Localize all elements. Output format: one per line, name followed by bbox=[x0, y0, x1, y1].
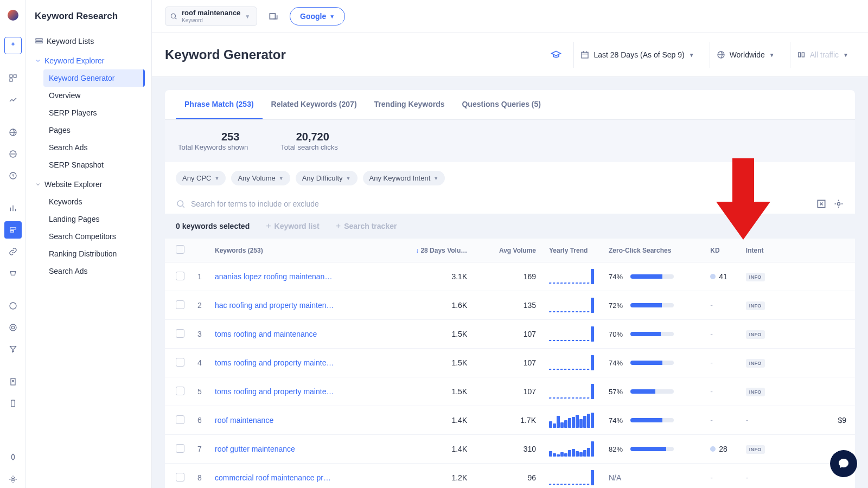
export-excel-icon[interactable] bbox=[816, 198, 827, 209]
sidebar-item[interactable]: Pages bbox=[43, 121, 145, 139]
bar-icon[interactable] bbox=[4, 200, 22, 217]
tabs: Phrase Match (253)Related Keywords (207)… bbox=[165, 90, 855, 120]
sidebar-item[interactable]: SERP Snapshot bbox=[43, 156, 145, 174]
sidebar-item[interactable]: Search Competitors bbox=[43, 228, 145, 245]
website-explorer-group[interactable]: Website Explorer bbox=[33, 176, 145, 193]
sidebar-item[interactable]: Ranking Distribution bbox=[43, 245, 145, 262]
row-checkbox[interactable] bbox=[176, 387, 184, 395]
tag-icon[interactable] bbox=[4, 265, 22, 282]
col-kd[interactable]: KD bbox=[706, 239, 742, 262]
compare-button[interactable] bbox=[264, 7, 283, 26]
sidebar-title: Keyword Research bbox=[33, 11, 145, 22]
sidebar-item[interactable]: Search Ads bbox=[43, 139, 145, 156]
sidebar-item[interactable]: Overview bbox=[43, 87, 145, 104]
select-all-checkbox[interactable] bbox=[176, 245, 184, 254]
row-checkbox[interactable] bbox=[176, 415, 184, 424]
row-checkbox[interactable] bbox=[176, 444, 184, 453]
row-checkbox[interactable] bbox=[176, 272, 184, 280]
keyword-link[interactable]: hac roofing and property maintena… bbox=[215, 301, 334, 310]
row-checkbox[interactable] bbox=[176, 329, 184, 338]
globe2-icon[interactable] bbox=[4, 145, 22, 163]
row-checkbox[interactable] bbox=[176, 473, 184, 481]
keyword-link[interactable]: ananias lopez roofing maintenanc… bbox=[215, 272, 334, 281]
total-keywords-value: 253 bbox=[178, 131, 248, 143]
analytics-icon[interactable] bbox=[4, 91, 22, 108]
rocket-icon[interactable] bbox=[4, 449, 22, 466]
topbar: roof maintenance Keyword ▼ Google ▼ bbox=[152, 0, 868, 33]
sidebar-item[interactable]: Keyword Generator bbox=[43, 69, 145, 87]
dashboard-icon[interactable] bbox=[4, 69, 22, 87]
col-intent[interactable]: Intent bbox=[742, 239, 828, 262]
annotation-arrow bbox=[716, 158, 770, 242]
table-row: 5toms roofing and property mainten…1.5K1… bbox=[165, 377, 855, 406]
date-range-filter[interactable]: Last 28 Days (As of Sep 9) ▼ bbox=[573, 42, 700, 68]
col-28days-volume[interactable]: ↓ 28 Days Volu… bbox=[387, 239, 476, 262]
svg-rect-15 bbox=[36, 38, 42, 40]
svg-rect-1 bbox=[10, 75, 12, 78]
sidebar-item[interactable]: Search Ads bbox=[43, 262, 145, 280]
keyword-link[interactable]: toms roofing and property mainten… bbox=[215, 387, 334, 396]
tab[interactable]: Questions Queries (5) bbox=[453, 90, 549, 119]
svg-rect-13 bbox=[11, 400, 15, 407]
keyword-input[interactable]: roof maintenance Keyword ▼ bbox=[165, 7, 257, 26]
education-icon[interactable] bbox=[547, 46, 565, 63]
svg-point-14 bbox=[12, 478, 14, 480]
sidebar-item[interactable]: Landing Pages bbox=[43, 210, 145, 228]
page-title: Keyword Generator bbox=[165, 47, 539, 62]
svg-point-17 bbox=[171, 14, 175, 18]
col-keywords[interactable]: Keywords (253) bbox=[210, 239, 387, 262]
row-checkbox[interactable] bbox=[176, 358, 184, 367]
chat-button[interactable] bbox=[830, 450, 857, 477]
row-checkbox[interactable] bbox=[176, 300, 184, 309]
keyword-link[interactable]: roof maintenance bbox=[215, 416, 334, 425]
clock-icon[interactable] bbox=[4, 167, 22, 184]
sidebar-item[interactable]: Keywords bbox=[43, 193, 145, 210]
settings-icon[interactable] bbox=[833, 198, 844, 209]
gear-icon[interactable] bbox=[4, 471, 22, 488]
globe3-icon[interactable] bbox=[4, 297, 22, 314]
location-filter[interactable]: Worldwide ▼ bbox=[710, 42, 781, 68]
table-row: 1ananias lopez roofing maintenanc…3.1K16… bbox=[165, 262, 855, 291]
svg-point-9 bbox=[10, 303, 16, 309]
mobile-icon[interactable] bbox=[4, 395, 22, 412]
filter-chip[interactable]: Any Volume ▼ bbox=[231, 171, 290, 185]
svg-rect-22 bbox=[802, 53, 804, 57]
funnel-icon[interactable] bbox=[4, 341, 22, 358]
traffic-filter[interactable]: All traffic ▼ bbox=[790, 42, 855, 68]
keyword-link[interactable]: roof gutter maintenance bbox=[215, 445, 334, 453]
globe-icon[interactable] bbox=[4, 124, 22, 141]
svg-rect-16 bbox=[36, 42, 42, 43]
tab[interactable]: Related Keywords (207) bbox=[263, 90, 366, 119]
tab[interactable]: Phrase Match (253) bbox=[176, 90, 263, 119]
keyword-lists[interactable]: Keyword Lists bbox=[33, 33, 145, 50]
sidebar: Keyword Research Keyword Lists Keyword E… bbox=[26, 0, 152, 488]
table-row: 3toms roofing and maintenance1.5K10770%-… bbox=[165, 320, 855, 349]
col-avg-volume[interactable]: Avg Volume bbox=[476, 239, 545, 262]
svg-rect-8 bbox=[10, 230, 14, 232]
add-search-tracker[interactable]: +Search tracker bbox=[336, 221, 397, 231]
target-icon[interactable] bbox=[4, 319, 22, 336]
doc-icon[interactable] bbox=[4, 373, 22, 390]
table-row: 7roof gutter maintenance1.4K31082%28INFO bbox=[165, 435, 855, 464]
table-row: 6roof maintenance1.4K1.7K74%--$9 bbox=[165, 406, 855, 435]
search-tool-icon[interactable] bbox=[4, 221, 22, 239]
keyword-explorer-group[interactable]: Keyword Explorer bbox=[33, 52, 145, 69]
table-row: 4toms roofing and property mainten…1.5K1… bbox=[165, 349, 855, 377]
filter-chip[interactable]: Any CPC ▼ bbox=[176, 171, 226, 185]
svg-point-11 bbox=[11, 326, 14, 329]
keyword-link[interactable]: commercial roof maintenance pro… bbox=[215, 473, 334, 482]
svg-point-25 bbox=[838, 203, 840, 206]
filter-chip[interactable]: Any Difficulty ▼ bbox=[296, 171, 358, 185]
filter-chip[interactable]: Any Keyword Intent ▼ bbox=[363, 171, 445, 185]
keyword-link[interactable]: toms roofing and maintenance bbox=[215, 330, 334, 338]
link-icon[interactable] bbox=[4, 243, 22, 260]
add-keyword-list[interactable]: +Keyword list bbox=[266, 221, 320, 231]
ai-icon[interactable] bbox=[4, 37, 22, 54]
keyword-link[interactable]: toms roofing and property mainten… bbox=[215, 358, 334, 367]
col-zero-click[interactable]: Zero-Click Searches bbox=[604, 239, 706, 262]
svg-rect-19 bbox=[582, 52, 588, 58]
col-yearly-trend[interactable]: Yearly Trend bbox=[545, 239, 604, 262]
sidebar-item[interactable]: SERP Players bbox=[43, 104, 145, 121]
engine-select[interactable]: Google ▼ bbox=[290, 7, 345, 25]
tab[interactable]: Trending Keywords bbox=[366, 90, 454, 119]
